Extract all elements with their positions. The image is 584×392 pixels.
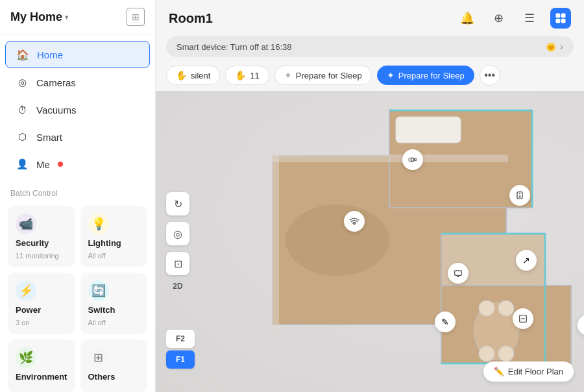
svg-rect-24 <box>455 271 462 275</box>
notifications-icon[interactable]: 🔔 <box>457 8 478 29</box>
focus-button[interactable]: ◎ <box>166 222 189 245</box>
svg-rect-8 <box>271 154 508 162</box>
edit-floor-label: Edit Floor Plan <box>508 367 563 376</box>
add-icon[interactable]: ⊕ <box>488 8 509 29</box>
environment-title: Environment <box>16 372 67 382</box>
brand-icon[interactable] <box>550 8 571 29</box>
svg-point-29 <box>519 193 520 194</box>
hand-icon: ✋ <box>176 70 187 80</box>
main-content: Room1 🔔 ⊕ ☰ Smart device: Turn off at 16… <box>156 0 584 392</box>
scene-tab-sleep1[interactable]: ✦ Prepare for Sleep <box>274 66 372 85</box>
scene-tabs: ✋ silent ✋ 11 ✦ Prepare for Sleep ✦ Prep… <box>156 62 584 91</box>
sun-icon: 🌞 <box>546 42 556 52</box>
floor-f1-button[interactable]: F1 <box>166 350 195 369</box>
device-speaker[interactable] <box>509 185 530 206</box>
svg-point-21 <box>498 346 514 361</box>
scene-tab-eleven[interactable]: ✋ 11 <box>225 66 269 85</box>
environment-icon: 🌿 <box>16 347 36 368</box>
chevron-right-icon: › <box>560 42 563 52</box>
device-panel[interactable] <box>513 308 533 329</box>
sparkle-icon: ✦ <box>284 70 292 80</box>
lighting-icon: 💡 <box>88 214 109 234</box>
me-badge <box>58 162 63 167</box>
device-wifi[interactable] <box>344 211 365 232</box>
power-title: Power <box>16 305 67 315</box>
batch-card-environment[interactable]: 🌿 Environment <box>8 339 75 392</box>
sidebar-header: My Home ▾ ⊞ <box>0 0 155 34</box>
device-tv[interactable] <box>448 263 468 284</box>
sidebar-item-vacuums[interactable]: ⏱ Vacuums <box>5 97 150 123</box>
svg-rect-2 <box>556 19 561 23</box>
sparkle-icon-2: ✦ <box>387 70 395 80</box>
hand-icon-2: ✋ <box>235 70 246 80</box>
svg-point-19 <box>498 300 514 316</box>
batch-card-switch[interactable]: 🔄 Switch All off <box>80 273 148 334</box>
sidebar-item-label: Home <box>37 49 63 60</box>
floorplan-container: ↻ ◎ ⊡ 2D ↗ <box>156 91 584 392</box>
more-button[interactable]: ••• <box>480 65 500 86</box>
batch-card-security[interactable]: 📹 Security 11 monitoring <box>8 206 75 267</box>
layers-button[interactable]: ⊡ <box>166 252 189 275</box>
cameras-icon: ◎ <box>16 76 29 89</box>
floor-controls: ↻ ◎ ⊡ 2D <box>166 192 189 291</box>
sidebar-item-label: Cameras <box>36 77 76 88</box>
switch-sub: All off <box>88 319 140 326</box>
edit-icon: ✏️ <box>494 367 504 376</box>
me-icon: 👤 <box>16 158 29 171</box>
floorplan-svg <box>195 104 584 376</box>
home-title-text: My Home <box>10 10 62 24</box>
sidebar: My Home ▾ ⊞ 🏠 Home ◎ Cameras ⏱ Vacuums ⬡… <box>0 0 156 392</box>
scene-tab-label: 11 <box>250 71 259 80</box>
device-edit[interactable]: ✎ <box>435 312 456 332</box>
scene-tab-silent[interactable]: ✋ silent <box>166 66 220 85</box>
sidebar-item-cameras[interactable]: ◎ Cameras <box>5 69 150 95</box>
device-thermostat[interactable]: ↗ <box>516 250 537 271</box>
svg-rect-1 <box>561 14 566 18</box>
sidebar-item-label: Me <box>36 159 50 170</box>
scene-tab-sleep2[interactable]: ✦ Prepare for Sleep <box>377 66 474 85</box>
svg-point-16 <box>286 204 389 276</box>
header-actions: 🔔 ⊕ ☰ <box>457 8 571 29</box>
layout-icon[interactable]: ⊞ <box>127 8 145 26</box>
security-icon: 📹 <box>16 214 36 234</box>
smart-bar-right: 🌞 › <box>546 42 563 52</box>
sidebar-item-me[interactable]: 👤 Me <box>5 151 150 177</box>
batch-card-power[interactable]: ⚡ Power 3 on <box>8 273 75 334</box>
svg-rect-0 <box>556 14 561 18</box>
sidebar-item-smart[interactable]: ⬡ Smart <box>5 124 150 150</box>
refresh-button[interactable]: ↻ <box>166 192 189 215</box>
sidebar-item-home[interactable]: 🏠 Home <box>5 41 150 68</box>
page-title: Room1 <box>169 11 213 26</box>
batch-control-grid: 📹 Security 11 monitoring 💡 Lighting All … <box>0 201 155 392</box>
switch-title: Switch <box>88 305 140 315</box>
floor-buttons: F2 F1 <box>166 330 195 369</box>
lighting-title: Lighting <box>88 238 140 248</box>
security-sub: 11 monitoring <box>16 252 67 260</box>
main-header: Room1 🔔 ⊕ ☰ <box>156 0 584 36</box>
scene-tab-label: Prepare for Sleep <box>296 71 362 80</box>
power-icon: ⚡ <box>16 280 36 301</box>
edit-floor-plan-button[interactable]: ✏️ Edit Floor Plan <box>483 361 574 382</box>
device-camera[interactable] <box>402 149 423 170</box>
batch-card-lighting[interactable]: 💡 Lighting All off <box>80 206 148 267</box>
floor-f2-button[interactable]: F2 <box>166 330 195 348</box>
svg-point-20 <box>479 346 494 361</box>
home-icon: 🏠 <box>16 48 29 61</box>
smart-icon: ⬡ <box>16 130 29 143</box>
svg-rect-3 <box>561 19 566 23</box>
chevron-down-icon: ▾ <box>65 14 68 21</box>
batch-control-label: Batch Control <box>0 184 155 201</box>
smart-device-text: Smart device: Turn off at 16:38 <box>176 42 292 52</box>
menu-icon[interactable]: ☰ <box>519 8 540 29</box>
others-title: Others <box>88 372 140 382</box>
power-sub: 3 on <box>16 319 67 326</box>
switch-icon: 🔄 <box>88 280 109 301</box>
sidebar-item-label: Smart <box>36 132 62 143</box>
smart-device-bar[interactable]: Smart device: Turn off at 16:38 🌞 › <box>166 36 574 57</box>
home-title[interactable]: My Home ▾ <box>10 10 68 24</box>
others-icon: ⊞ <box>88 347 109 368</box>
svg-rect-15 <box>396 117 461 143</box>
batch-card-others[interactable]: ⊞ Others <box>80 339 148 392</box>
2d-label[interactable]: 2D <box>173 282 182 291</box>
sidebar-item-label: Vacuums <box>36 104 76 116</box>
